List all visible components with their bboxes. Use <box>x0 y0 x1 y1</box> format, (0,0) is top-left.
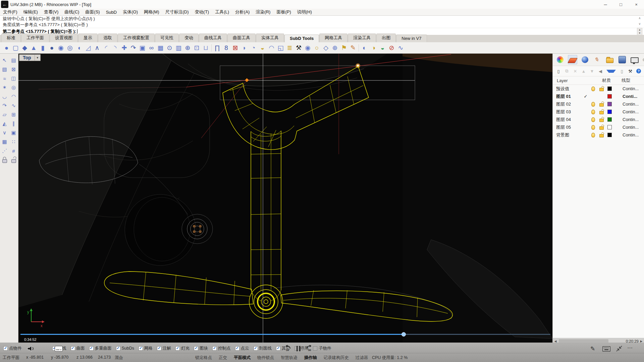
toolbar-tab[interactable]: 显示 <box>78 34 98 42</box>
toolbar-tab[interactable]: 出图 <box>376 34 396 42</box>
maximize-button[interactable]: □ <box>613 0 629 9</box>
layer-row[interactable]: 图层 05 Contin... <box>553 123 644 131</box>
sphere-half-icon[interactable]: ◐ <box>360 43 369 52</box>
subd-corner-grid-icon[interactable]: ◱ <box>276 43 285 52</box>
statusbar-cell[interactable]: x -85.801 <box>26 355 51 361</box>
layer-header-material[interactable]: 材质 <box>602 77 622 83</box>
layer-lock-icon[interactable] <box>597 117 606 122</box>
toolbar-tab[interactable]: 工作平面 <box>21 34 49 42</box>
menu-item[interactable]: 工具(L) <box>212 9 232 15</box>
layer-lock-icon[interactable] <box>597 102 606 107</box>
layer-linetype[interactable]: Contin... <box>623 102 639 107</box>
layer-color-swatch[interactable] <box>607 110 612 114</box>
menu-item[interactable]: 曲线(C) <box>61 9 82 15</box>
separator-1[interactable] <box>210 43 213 52</box>
video-keyboard-button[interactable] <box>602 346 610 352</box>
toolbar-tab[interactable]: 曲面工具 <box>227 34 256 42</box>
viewport-menu-chevron-icon[interactable]: ▼ <box>35 55 40 61</box>
filter-checkbox[interactable] <box>212 346 217 351</box>
kite-face-icon[interactable]: ◇ <box>321 43 330 52</box>
statusbar-toggle[interactable]: 平面模式 <box>230 355 254 361</box>
minimize-button[interactable]: ─ <box>598 0 613 9</box>
layer-visibility-bulb-icon[interactable] <box>589 86 597 91</box>
layer-header-linetype[interactable]: 线型 <box>622 77 644 83</box>
disable-subd-icon[interactable]: ⊘ <box>387 43 396 52</box>
menu-item[interactable]: 实体(O) <box>120 9 141 15</box>
statusbar-toggle[interactable]: 记录建构历史 <box>320 355 352 361</box>
layer-color-swatch[interactable] <box>607 86 612 91</box>
statusbar-cell[interactable]: 工作平面 <box>3 355 26 361</box>
close-button[interactable]: × <box>629 0 644 9</box>
layer-linetype[interactable]: Contin... <box>623 109 639 114</box>
video-annotate-button[interactable]: ✎ <box>590 345 595 352</box>
layer-row[interactable]: 图层 02 Contin... <box>553 100 644 108</box>
subd-cylinder-icon[interactable]: ▮ <box>38 43 47 52</box>
video-volume-button[interactable] <box>27 345 35 352</box>
filter-item[interactable]: 多重曲面 <box>89 346 112 351</box>
toolbar-tab[interactable]: 实体工具 <box>256 34 284 42</box>
subd-grid-sphere-icon[interactable]: ⊕ <box>183 43 192 52</box>
filter-item[interactable]: 曲面 <box>71 346 85 351</box>
toolbar-tab[interactable]: 标准 <box>1 34 21 42</box>
filter-checkbox[interactable] <box>194 346 198 351</box>
subd-cage-edit-icon[interactable]: ✚ <box>120 43 129 52</box>
statusbar-toggle[interactable]: 物件锁点 <box>254 355 277 361</box>
toolbar-tab[interactable]: New in V7 <box>396 35 427 42</box>
subd-capsule-icon[interactable]: ◗ <box>240 43 249 52</box>
layer-linetype[interactable]: Contin... <box>623 125 639 130</box>
subd-drop-icon[interactable]: ◆ <box>20 43 29 52</box>
statusbar-cell[interactable]: y -35.870 <box>51 355 76 361</box>
subd-frame-icon[interactable]: ⊡ <box>192 43 201 52</box>
separator-2[interactable] <box>358 43 360 52</box>
layer-linetype[interactable]: Contin... <box>623 132 639 137</box>
menu-item[interactable]: 文件(F) <box>0 9 20 15</box>
wrench-edit-icon[interactable]: ⚒ <box>294 43 303 52</box>
subd-shell-icon[interactable]: ◠ <box>267 43 276 52</box>
layer-row[interactable]: 预设值 Contin... <box>553 85 644 93</box>
subd-blob-icon[interactable]: ◔ <box>249 43 258 52</box>
layer-visibility-bulb-icon[interactable] <box>589 110 597 114</box>
statusbar-cell[interactable]: z 13.066 <box>76 355 98 361</box>
statusbar-toggle[interactable]: 过滤器 <box>352 355 372 361</box>
layer-visibility-bulb-icon[interactable] <box>589 102 597 107</box>
scroll-up-arrow-icon[interactable]: ▲ <box>639 28 641 32</box>
subd-mirror-delete-icon[interactable]: ⊠ <box>231 43 240 52</box>
layer-color-swatch[interactable] <box>607 117 612 122</box>
layer-lock-icon[interactable] <box>597 86 606 91</box>
statusbar-toggle[interactable]: 正交 <box>215 355 230 361</box>
subd-patch-flip-icon[interactable]: ◝ <box>111 43 120 52</box>
menu-item[interactable]: 编辑(E) <box>20 9 41 15</box>
filter-checkbox[interactable] <box>175 346 180 351</box>
filter-checkbox[interactable] <box>71 346 75 351</box>
toolbar-tab[interactable]: 变动 <box>179 34 199 42</box>
wire-sphere-icon[interactable]: ○ <box>312 43 321 52</box>
filter-item[interactable]: 点物件 <box>3 346 22 351</box>
layer-color-swatch[interactable] <box>607 94 612 99</box>
command-scroll-up-icon[interactable]: ∧ <box>639 16 641 20</box>
subd-egg-icon[interactable]: ◖ <box>74 43 84 52</box>
sphere-yellow-icon[interactable]: ◑ <box>369 43 378 52</box>
layer-row[interactable]: 图层 04 Contin... <box>553 116 644 123</box>
filter-checkbox[interactable] <box>116 346 120 351</box>
layer-lock-icon[interactable] <box>597 109 606 114</box>
viewport-title[interactable]: Top <box>19 55 35 61</box>
filter-checkbox[interactable] <box>254 346 258 351</box>
statusbar-cell[interactable]: 24.173 <box>98 355 115 361</box>
menu-item[interactable]: 变动(T) <box>192 9 212 15</box>
toolbar-tab[interactable]: 曲线工具 <box>199 34 227 42</box>
filter-checkbox[interactable] <box>157 346 161 351</box>
subd-loft-icon[interactable]: ▥ <box>174 43 183 52</box>
subd-cone-icon[interactable]: ▲ <box>29 43 38 52</box>
menu-item[interactable]: 网格(M) <box>141 9 162 15</box>
filter-item[interactable]: 网格 <box>139 346 153 351</box>
toolbar-tab[interactable]: SubD Tools <box>284 35 319 42</box>
panel-gear-icon[interactable]: ⚙ <box>642 57 644 62</box>
menu-item[interactable]: SubD <box>103 10 120 15</box>
sphere-sector-icon[interactable]: ◒ <box>378 43 387 52</box>
filter-checkbox[interactable] <box>3 346 8 351</box>
merge-faces-icon[interactable]: ◉ <box>303 43 312 52</box>
filter-item[interactable]: 剖面线 <box>254 346 272 351</box>
subd-branch-icon[interactable]: ∧ <box>93 43 102 52</box>
toolbar-tab[interactable]: 可见性 <box>155 34 179 42</box>
filter-checkbox[interactable] <box>139 346 143 351</box>
